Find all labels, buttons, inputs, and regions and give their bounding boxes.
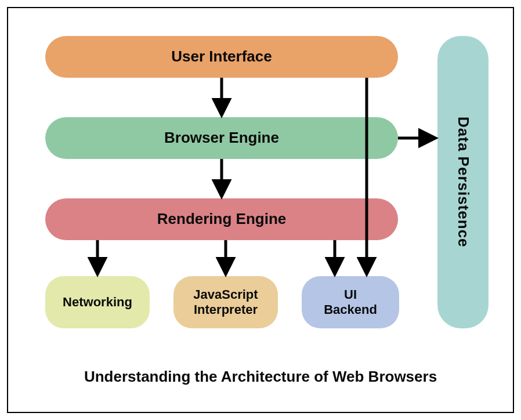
box-ui-backend: UIBackend (302, 276, 399, 328)
box-label: Data Persistence (454, 117, 472, 248)
box-networking: Networking (45, 276, 150, 328)
caption-text: Understanding the Architecture of Web Br… (84, 368, 437, 385)
box-user-interface: User Interface (45, 36, 398, 78)
box-label: Browser Engine (164, 129, 279, 147)
box-browser-engine: Browser Engine (45, 117, 398, 159)
diagram-frame: User Interface Browser Engine Rendering … (7, 7, 514, 413)
box-label: Rendering Engine (157, 210, 286, 228)
box-label: JavaScriptInterpreter (193, 287, 258, 318)
box-label: Networking (63, 295, 132, 310)
box-js-interpreter: JavaScriptInterpreter (173, 276, 278, 328)
box-label: UIBackend (324, 287, 377, 318)
box-rendering-engine: Rendering Engine (45, 198, 398, 240)
diagram-title: Understanding the Architecture of Web Br… (8, 368, 513, 386)
box-label: User Interface (171, 48, 272, 66)
box-data-persistence: Data Persistence (437, 36, 489, 328)
